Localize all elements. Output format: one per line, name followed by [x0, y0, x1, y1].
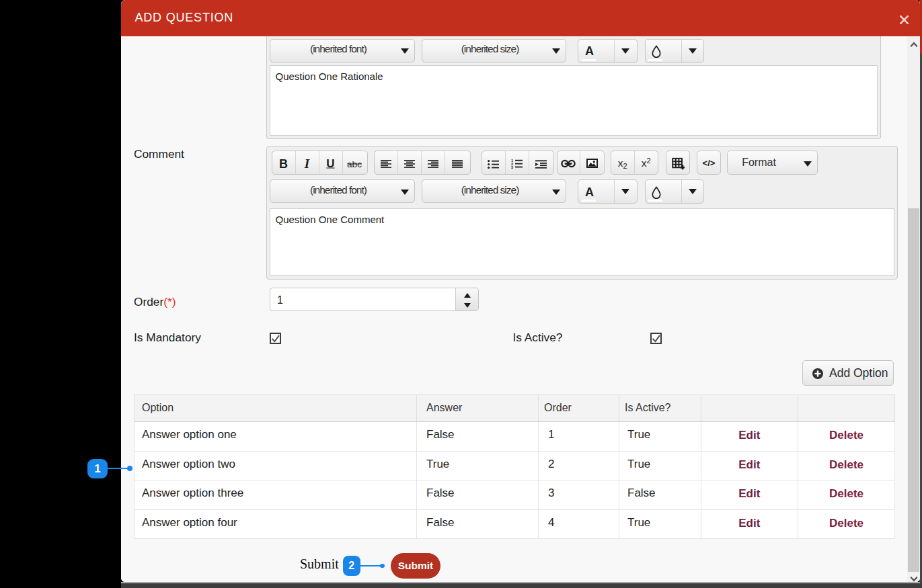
- svg-text:3: 3: [511, 165, 513, 169]
